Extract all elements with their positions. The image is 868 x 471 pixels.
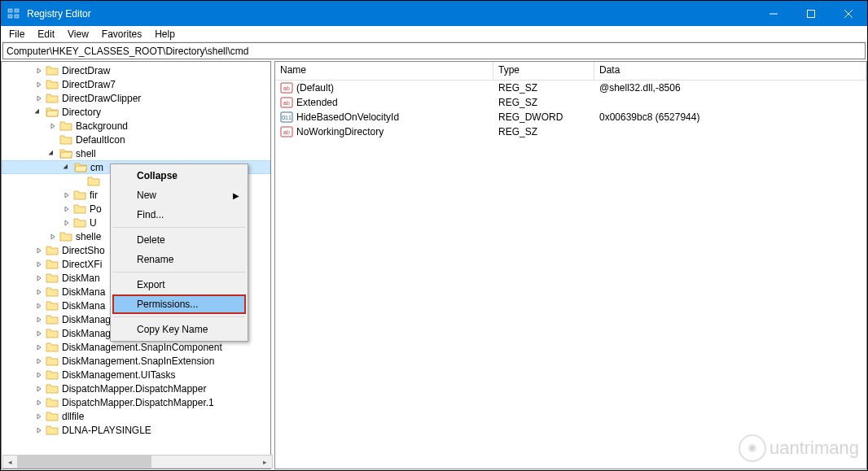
scroll-right-button[interactable]: ▸ (258, 456, 272, 468)
tree-item-label: DLNA-PLAYSINGLE (60, 425, 153, 436)
value-row[interactable]: abNoWorkingDirectoryREG_SZ (275, 124, 866, 139)
column-name[interactable]: Name (275, 62, 493, 80)
tree-item-label: dllfile (60, 411, 85, 422)
tree-item[interactable]: DLNA-PLAYSINGLE (2, 423, 270, 437)
tree-item[interactable]: DirectDrawClipper (2, 91, 270, 105)
context-menu-item[interactable]: Collapse (112, 166, 246, 185)
value-data: 0x00639bc8 (6527944) (594, 111, 866, 123)
tree-item[interactable]: DispatchMapper.DispatchMapper.1 (2, 395, 270, 409)
menu-file[interactable]: File (2, 27, 31, 41)
tree-expander-icon[interactable] (33, 299, 46, 312)
tree-expander-icon[interactable] (33, 355, 46, 368)
folder-icon (46, 341, 59, 354)
value-type: REG_SZ (493, 97, 594, 108)
svg-text:011: 011 (282, 115, 292, 120)
tree-expander-icon[interactable] (33, 313, 46, 326)
tree-expander-icon[interactable] (33, 244, 46, 257)
folder-icon (46, 355, 59, 368)
tree-item-label: DirectDraw7 (60, 79, 117, 90)
tree-item-label: DirectDrawClipper (60, 93, 142, 104)
svg-rect-2 (15, 9, 19, 12)
tree-item[interactable]: DiskManagement.SnapInExtension (2, 354, 270, 368)
context-menu-item[interactable]: Find... (112, 205, 246, 225)
value-row[interactable]: 011HideBasedOnVelocityIdREG_DWORD0x00639… (275, 110, 866, 124)
svg-rect-3 (15, 15, 19, 18)
tree-expander-icon[interactable] (60, 203, 73, 216)
context-menu: CollapseNew▶Find...DeleteRenameExportPer… (110, 164, 248, 342)
tree-item-label: DefaultIcon (74, 134, 127, 146)
menu-favorites[interactable]: Favorites (95, 27, 148, 41)
tree-item[interactable]: DispatchMapper.DispatchMapper (2, 382, 270, 395)
context-menu-item[interactable]: Export (112, 275, 246, 294)
tree-expander-icon[interactable] (33, 272, 46, 285)
tree-expander-icon[interactable] (60, 216, 73, 229)
tree-expander-icon[interactable] (46, 133, 59, 146)
context-menu-item[interactable]: Permissions... (112, 294, 246, 314)
tree-horizontal-scrollbar[interactable]: ◂ ▸ (2, 455, 273, 469)
close-button[interactable] (830, 1, 867, 26)
context-menu-separator (113, 272, 245, 273)
menu-view[interactable]: View (61, 27, 95, 41)
tree-item-label: DispatchMapper.DispatchMapper (60, 383, 208, 395)
tree-expander-icon[interactable] (33, 92, 46, 105)
tree-expander-icon[interactable] (46, 120, 59, 133)
tree-item[interactable]: DirectDraw7 (2, 77, 270, 91)
value-row[interactable]: abExtendedREG_SZ (275, 95, 866, 110)
context-menu-item[interactable]: Rename (112, 250, 246, 269)
tree-item[interactable]: DefaultIcon (2, 133, 270, 146)
svg-rect-5 (808, 10, 815, 17)
tree-expander-icon[interactable] (46, 147, 59, 160)
tree-expander-icon[interactable] (33, 396, 46, 409)
maximize-button[interactable] (792, 1, 830, 26)
tree-expander-icon[interactable] (33, 64, 46, 77)
svg-rect-0 (8, 9, 12, 12)
tree-expander-icon[interactable] (33, 341, 46, 354)
tree-expander-icon[interactable] (61, 161, 74, 174)
folder-icon (73, 189, 86, 202)
menu-help[interactable]: Help (148, 27, 182, 41)
folder-icon (46, 92, 59, 105)
tree-item[interactable]: DirectDraw (2, 63, 270, 77)
tree-item[interactable]: DiskManagement.UITasks (2, 368, 270, 382)
tree-expander-icon[interactable] (33, 286, 46, 299)
tree-item-label: DirectSho (60, 245, 107, 256)
svg-text:ab: ab (283, 100, 290, 106)
tree-expander-icon[interactable] (46, 230, 59, 243)
folder-icon (46, 272, 59, 285)
values-panel[interactable]: Name Type Data ab(Default)REG_SZ@shell32… (274, 61, 867, 469)
tree-item[interactable]: Directory (2, 105, 270, 119)
tree-item[interactable]: shell (2, 146, 270, 160)
menu-edit[interactable]: Edit (31, 27, 61, 41)
minimize-button[interactable] (755, 1, 792, 26)
tree-expander-icon[interactable] (33, 258, 46, 271)
folder-icon (46, 313, 59, 326)
tree-expander-icon[interactable] (33, 410, 46, 423)
tree-expander-icon[interactable] (60, 189, 73, 202)
context-menu-item[interactable]: Delete (112, 230, 246, 250)
tree-item-label: DiskMana (60, 300, 107, 312)
folder-icon (59, 120, 72, 133)
tree-expander-icon[interactable] (33, 424, 46, 437)
folder-icon (46, 78, 59, 91)
tree-item[interactable]: Background (2, 119, 270, 133)
tree-item[interactable]: dllfile (2, 409, 270, 423)
tree-expander-icon[interactable] (33, 369, 46, 382)
tree-expander-icon[interactable] (33, 106, 46, 119)
tree-expander-icon[interactable] (33, 78, 46, 91)
column-type[interactable]: Type (493, 62, 594, 80)
address-bar[interactable]: Computer\HKEY_CLASSES_ROOT\Directory\she… (2, 42, 866, 59)
tree-expander-icon[interactable] (33, 382, 46, 395)
column-data[interactable]: Data (594, 62, 866, 80)
folder-icon (46, 410, 59, 423)
tree-expander-icon[interactable] (74, 175, 87, 188)
context-menu-item[interactable]: Copy Key Name (112, 320, 246, 339)
tree-item-label: U (88, 217, 99, 229)
folder-icon (46, 299, 59, 312)
value-row[interactable]: ab(Default)REG_SZ@shell32.dll,-8506 (275, 81, 866, 95)
tree-item[interactable]: DiskManagement.SnapInComponent (2, 340, 270, 354)
context-menu-item[interactable]: New▶ (112, 185, 246, 205)
scroll-left-button[interactable]: ◂ (3, 456, 17, 468)
tree-expander-icon[interactable] (33, 327, 46, 340)
folder-icon (46, 396, 59, 409)
scroll-thumb[interactable] (17, 456, 151, 468)
